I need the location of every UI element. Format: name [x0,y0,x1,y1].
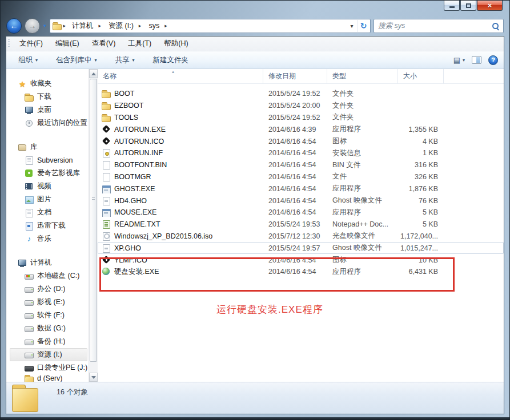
file-row[interactable]: TOOLS 2015/5/24 19:52 文件夹 [98,112,504,124]
sidebar-item-label: 桌面 [37,105,51,115]
sidebar-item[interactable]: ♪ 音乐 [10,232,87,245]
file-row[interactable]: MOUSE.EXE 2014/6/16 4:54 应用程序 5 KB [98,207,504,219]
toolbar-button[interactable]: 包含到库中 ▾ [51,53,102,67]
sidebar-item[interactable]: 软件 (F:) [10,309,87,322]
refresh-button[interactable]: ↻ [358,20,369,32]
sidebar-section-items: ↓ 下载 桌面 最近访问的位置 [10,90,87,130]
help-button[interactable]: ? [488,55,498,65]
file-type: 文件夹 [327,89,398,99]
file-date: 2015/5/24 19:53 [263,220,327,228]
search-icon [492,22,499,30]
history-dropdown[interactable]: ▾ [43,23,46,29]
menu-item[interactable]: 编辑(E) [50,37,85,50]
menu-item[interactable]: 文件(F) [14,37,48,50]
disk-dark-icon [25,364,34,373]
sidebar-item[interactable]: 办公 (D:) [10,282,87,296]
sidebar-item[interactable]: 桌面 [10,103,87,116]
preview-pane-button[interactable] [472,56,481,64]
file-date: 2014/6/16 4:54 [263,268,327,276]
file-row[interactable]: XP.GHO 2015/5/24 19:57 Ghost 映像文件 1,015,… [98,242,504,254]
breadcrumb-label: 资源 (I:) [105,21,137,31]
file-size: 6,431 KB [398,268,444,276]
scroll-up-button[interactable] [89,69,98,78]
chevron-down-icon: ▾ [35,58,38,63]
file-row[interactable]: AUTORUN.EXE 2014/6/16 4:39 应用程序 1,355 KB [98,123,504,135]
sidebar-item[interactable]: 文档 [10,206,87,219]
maximize-button[interactable] [460,1,476,11]
file-row[interactable]: AUTORUN.ICO 2014/6/16 4:54 图标 4 KB [98,135,504,147]
sidebar-item[interactable]: Subversion [10,154,87,167]
file-row[interactable]: BOOTFONT.BIN 2014/6/16 4:54 BIN 文件 316 K… [98,159,504,171]
file-row[interactable]: README.TXT 2015/5/24 19:53 Notepad++ Doc… [98,219,504,231]
sidebar-item[interactable]: d (Serv) [10,374,87,382]
close-button[interactable]: × [477,1,503,11]
sidebar-item[interactable]: 数据 (G:) [10,322,87,335]
back-button[interactable]: ← [6,18,22,34]
toolbar-button[interactable]: 共享 ▾ [110,53,140,67]
file-size: 5 KB [398,220,444,228]
file-date: 2014/6/16 4:54 [263,208,327,216]
file-size: 76 KB [398,197,444,205]
file-date: 2015/5/24 19:52 [263,90,327,98]
breadcrumb-item[interactable]: 资源 (I:) ▸ [104,20,144,32]
disk-icon [25,285,34,294]
address-bar[interactable]: ▸ 计算机 ▸ 资源 (I:) ▸ sys ▸ ▾ ↻ [50,19,371,33]
sidebar-item[interactable]: ↓ 下载 [10,90,87,103]
file-row[interactable]: HD4.GHO 2014/6/16 4:54 Ghost 映像文件 76 KB [98,195,504,207]
minimize-button[interactable] [444,1,460,11]
file-row[interactable]: 硬盘安装.EXE 2014/6/16 4:54 应用程序 6,431 KB [98,266,504,278]
chevron-down-icon: ▾ [463,58,465,63]
breadcrumb-item[interactable]: sys ▸ [144,21,170,31]
column-header-date[interactable]: 修改日期 [263,69,327,83]
scroll-down-button[interactable] [89,373,98,382]
disk-c-icon [25,272,34,281]
menu-item[interactable]: 帮助(H) [159,37,193,50]
file-name: Windowszj_XP_BD2015.06.iso [114,232,212,240]
breadcrumb-label: sys [145,22,163,30]
sidebar-item[interactable]: 备份 (H:) [10,335,87,348]
forward-button[interactable]: → [25,18,40,34]
file-row[interactable]: YLMF.ICO 2014/6/16 4:54 图标 10 KB [98,254,504,266]
sidebar-section-header[interactable]: 计算机 [10,256,87,269]
sidebar-scrollbar[interactable] [89,69,98,382]
column-header-name[interactable]: 名称 ▴ [98,69,263,83]
sidebar-section-items: 本地磁盘 (C:) 办公 (D:) 影视 (E:) 软件 (F:) 数据 (G:… [10,269,87,382]
recent-icon [25,119,34,128]
sidebar-item[interactable]: 口袋专业PE (J:) [10,361,87,374]
sidebar-item[interactable]: 本地磁盘 (C:) [10,269,87,282]
toolbar-button[interactable]: 新建文件夹 [148,53,194,67]
file-date: 2014/6/16 4:54 [263,256,327,264]
search-input[interactable] [378,22,492,30]
scrollbar-thumb[interactable] [90,79,97,362]
menu-item[interactable]: 工具(T) [123,37,156,50]
file-row[interactable]: Windowszj_XP_BD2015.06.iso 2015/7/12 12:… [98,231,504,243]
change-view-button[interactable]: ▤ ▾ [453,56,465,64]
file-row[interactable]: AUTORUN.INF 2014/6/16 4:54 安装信息 1 KB [98,147,504,159]
search-box [374,19,504,33]
file-row[interactable]: GHOST.EXE 2014/6/16 4:54 应用程序 1,876 KB [98,183,504,195]
sidebar-section-header[interactable]: 库 [10,140,87,154]
column-label: 修改日期 [268,71,296,81]
toolbar-button[interactable]: 组织 ▾ [13,53,43,67]
address-dropdown-button[interactable]: ▾ [346,20,358,32]
menu-item[interactable]: 查看(V) [87,37,121,50]
sidebar-section-header[interactable]: ★ 收藏夹 [10,77,87,90]
sidebar-item[interactable]: 爱奇艺影视库 [10,167,87,180]
column-header-type[interactable]: 类型 [327,69,398,83]
sidebar-item[interactable]: 影视 (E:) [10,296,87,309]
sidebar-item[interactable]: 资源 (I:) [10,348,87,361]
file-row[interactable]: BOOT 2015/5/24 19:52 文件夹 [98,88,504,100]
column-header-size[interactable]: 大小 [398,69,444,83]
file-type: 文件 [327,172,398,181]
sidebar-item[interactable]: 视频 [10,180,87,193]
file-row[interactable]: EZBOOT 2015/5/24 20:00 文件夹 [98,100,504,112]
folder-icon [25,374,34,382]
file-date: 2015/5/24 20:00 [263,102,327,110]
file-row[interactable]: BOOTMGR 2014/6/16 4:54 文件 326 KB [98,171,504,183]
sidebar-item[interactable]: 迅雷下载 [10,219,87,232]
sidebar-item[interactable]: 最近访问的位置 [10,116,87,130]
breadcrumb-item[interactable]: 计算机 ▸ [67,20,104,32]
sidebar-item[interactable]: 图片 [10,193,87,206]
file-date: 2015/7/12 12:30 [263,232,327,240]
folder-icon [102,89,111,98]
